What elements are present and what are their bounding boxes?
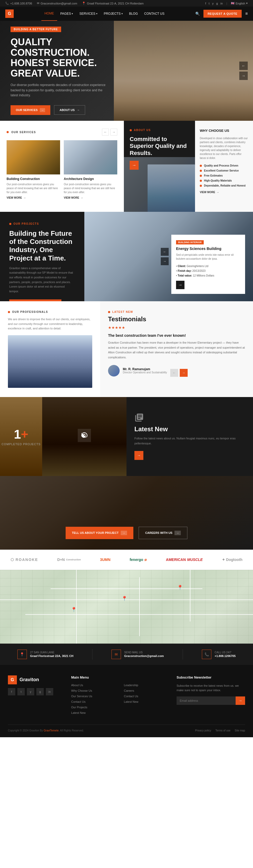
top-bar-right: f t y g in | 🇬🇧 English ▾ xyxy=(205,2,248,5)
map-pin-main[interactable]: 📍 xyxy=(121,596,127,601)
footer-link-careers[interactable]: Careers xyxy=(124,689,166,692)
footer-logo-icon[interactable]: G xyxy=(8,675,17,684)
footer-menu-col: Main Menu About Us Why Choose Us Our Ser… xyxy=(71,675,113,717)
nav-home[interactable]: HOME xyxy=(41,7,57,21)
youtube-icon[interactable]: y xyxy=(212,2,214,5)
why-title: WHY CHOOSE US xyxy=(200,129,248,133)
footer-link-latest2[interactable]: Latest New xyxy=(124,700,166,703)
footer-twitter-icon[interactable]: t xyxy=(18,688,25,695)
services-about-why-section: OUR SERVICES ← → Building Construction O… xyxy=(0,121,253,212)
nav-logo[interactable]: G xyxy=(5,9,14,18)
why-dot-4 xyxy=(200,180,202,182)
architecture-view-more[interactable]: VIEW MORE → xyxy=(64,196,117,199)
project-finish: • Finish day: 20/13/2023 xyxy=(176,269,240,273)
hero-section: BUILDING A BETTER FUTURE QUALITY CONSTRU… xyxy=(0,21,253,121)
request-quote-button[interactable]: REQUEST A QUOTE xyxy=(203,10,242,18)
footer-link-latest[interactable]: Latest New xyxy=(71,711,113,714)
partner-don: D+N Construction xyxy=(57,558,81,562)
newsletter-title: Subscribe Newsletter xyxy=(176,675,245,679)
construction-view-more[interactable]: VIEW MORE → xyxy=(7,196,60,199)
project-next-button[interactable]: → xyxy=(161,257,169,265)
top-bar: 📞 +1.608.100.8706 ✉ Graconstruction@gmai… xyxy=(0,0,253,7)
author-avatar xyxy=(108,365,120,376)
top-bar-left: 📞 +1.608.100.8706 ✉ Graconstruction@gmai… xyxy=(5,2,144,5)
phone-info: 📞 +1.608.100.8706 xyxy=(5,2,32,5)
newsletter-submit-button[interactable]: → xyxy=(235,696,245,705)
hero-content: BUILDING A BETTER FUTURE QUALITY CONSTRU… xyxy=(0,27,137,115)
footer-google-icon[interactable]: g xyxy=(36,688,44,695)
nav-contact[interactable]: CONTACT US xyxy=(141,7,168,21)
hero-next-button[interactable]: → xyxy=(239,71,248,80)
about-section: ABOUT US Committed to Superior Quality a… xyxy=(124,121,195,212)
testimonials-stars: ★★★★★ xyxy=(108,326,245,330)
address-icon-box: 📍 xyxy=(18,650,27,659)
careers-button[interactable]: CAREERS WITH US → xyxy=(139,527,187,539)
author-title: Director Operations and Sustainability xyxy=(123,371,167,374)
terms-of-use-link[interactable]: Terms of use xyxy=(215,729,230,732)
footer-social-links: f t y g in xyxy=(8,688,61,695)
construction-desc: Our post-construction services gives you… xyxy=(7,182,60,194)
about-arrow-button[interactable]: → xyxy=(130,161,139,170)
map-road-6 xyxy=(190,570,191,621)
footer-link-about[interactable]: About Us xyxy=(71,684,113,687)
twitter-icon[interactable]: t xyxy=(209,2,209,5)
partner-dogtooth: ✦ Dogtooth xyxy=(222,558,243,562)
about-title: Committed to Superior Quality and Result… xyxy=(130,136,189,157)
why-view-more[interactable]: VIEW MORE → xyxy=(200,191,248,194)
email-info: ✉ Graconstruction@gmail.com xyxy=(37,2,77,5)
construction-image-bg xyxy=(42,397,126,476)
why-dot-1 xyxy=(200,165,202,167)
service-cards: Building Construction Our post-construct… xyxy=(7,140,117,199)
project-card-arrow-button[interactable]: → xyxy=(176,281,185,289)
nav-services[interactable]: SERVICES ▾ xyxy=(76,7,101,21)
about-us-button[interactable]: ABOUT US → xyxy=(54,105,85,115)
hero-navigation: ← → xyxy=(239,62,248,80)
email-icon-box: ✉ xyxy=(111,650,121,659)
latest-news-arrow-button[interactable]: → xyxy=(134,451,143,460)
why-dot-3 xyxy=(200,175,202,177)
contact-divider-2 xyxy=(182,649,183,660)
tell-us-project-button[interactable]: TELL US ABOUT YOUR PROJECT → xyxy=(66,527,133,539)
nav-blog[interactable]: BLOG xyxy=(126,7,141,21)
cta-section: TELL US ABOUT YOUR PROJECT → CAREERS WIT… xyxy=(0,476,253,550)
footer-instagram-icon[interactable]: in xyxy=(46,688,53,695)
project-prev-button[interactable]: ← xyxy=(161,248,169,256)
map-grid xyxy=(0,570,253,644)
footer-link-contact[interactable]: Contact Us xyxy=(71,700,113,703)
google-icon[interactable]: g xyxy=(216,2,218,5)
professionals-description: We are driven to improve the lives of ou… xyxy=(8,317,92,331)
newspaper-icon xyxy=(134,413,144,422)
newsletter-email-input[interactable] xyxy=(176,696,235,705)
contact-email-text: SEND MAIL US Graconstruction@gmail.com xyxy=(124,651,164,657)
projects-description: Graviton takes a comprehensive view of s… xyxy=(9,266,75,294)
footer-link-why[interactable]: Why Choose Us xyxy=(71,689,113,692)
author-name: Mr. R. Ramanujam xyxy=(123,367,167,371)
hamburger-icon[interactable]: ≡ xyxy=(245,11,248,16)
footer-link-leadership[interactable]: Leadership xyxy=(124,684,166,687)
testimonials-next-button[interactable]: → xyxy=(180,369,188,377)
footer-link-services[interactable]: Our Services Us xyxy=(71,694,113,698)
nav-projects[interactable]: PROJECTS ▾ xyxy=(101,7,126,21)
privacy-policy-link[interactable]: Privacy policy xyxy=(195,729,211,732)
search-icon[interactable]: 🔍 xyxy=(195,11,200,16)
footer-link-contact2[interactable]: Contact Us xyxy=(124,694,166,698)
instagram-icon[interactable]: in xyxy=(221,2,223,5)
facebook-icon[interactable]: f xyxy=(205,2,206,5)
location-icon: 📍 xyxy=(82,2,86,5)
footer-logo: G Graviton xyxy=(8,675,61,684)
author-info: Mr. R. Ramanujam Director Operations and… xyxy=(123,367,167,374)
contact-phone-text: CALL US 24/7 +1.808.1206705 xyxy=(215,651,235,657)
hero-prev-button[interactable]: ← xyxy=(239,62,248,70)
testimonials-section: LATEST NEW Testimonials ★★★★★ The best c… xyxy=(100,301,253,397)
footer-link-projects[interactable]: Our Projects xyxy=(71,706,113,709)
testimonials-prev-button[interactable]: ← xyxy=(170,369,178,377)
services-prev-arrow[interactable]: ← xyxy=(102,129,109,135)
services-next-arrow[interactable]: → xyxy=(110,129,117,135)
footer-facebook-icon[interactable]: f xyxy=(8,688,15,695)
footer-youtube-icon[interactable]: y xyxy=(27,688,34,695)
our-services-button[interactable]: OUR SERVICES → xyxy=(10,105,50,115)
language-selector[interactable]: 🇬🇧 English ▾ xyxy=(231,2,248,5)
nav-pages[interactable]: PAGES ▾ xyxy=(57,7,76,21)
services-label: OUR SERVICES ← → xyxy=(7,129,117,135)
site-map-link[interactable]: Site map xyxy=(235,729,245,732)
